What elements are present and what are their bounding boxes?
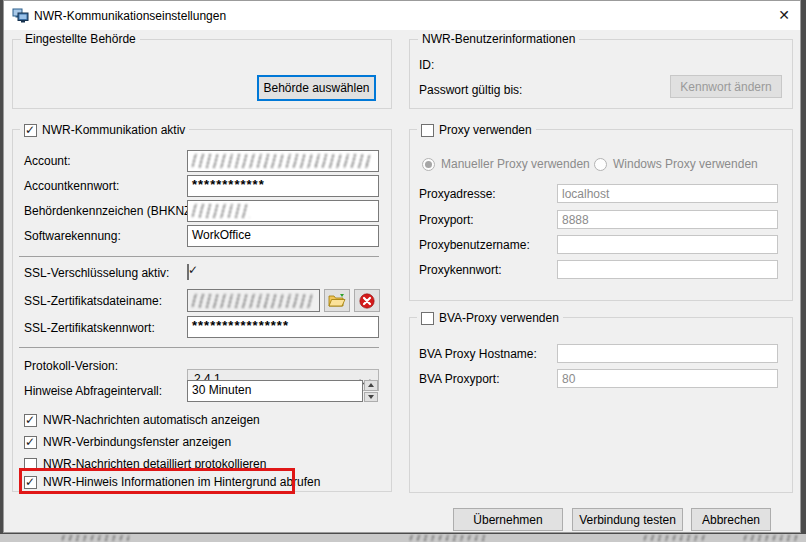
- redacted-bhknz-value: [192, 204, 250, 218]
- bva-proxyport-label: BVA Proxyport:: [419, 372, 499, 386]
- red-highlight-annotation: [19, 468, 295, 494]
- bva-hostname-label: BVA Proxy Hostname:: [419, 347, 537, 361]
- checkbox-verbindungsfenster[interactable]: NWR-Verbindungsfenster anzeigen: [24, 435, 231, 449]
- close-icon[interactable]: ✕: [768, 1, 800, 30]
- redacted-account-value: [192, 154, 370, 168]
- nwr-kommunikation-aktiv-checkbox[interactable]: NWR-Kommunikation aktiv: [20, 123, 189, 137]
- checkbox[interactable]: [24, 436, 37, 449]
- passwort-gueltig-label: Passwort gültig bis:: [419, 83, 522, 97]
- proxyport-input[interactable]: 8888: [557, 210, 778, 229]
- accountkennwort-label: Accountkennwort:: [24, 179, 119, 193]
- redacted-background-text: [742, 535, 802, 541]
- kennwort-aendern-button[interactable]: Kennwort ändern: [670, 75, 782, 98]
- proxykennwort-label: Proxykennwort:: [419, 263, 502, 277]
- accountkennwort-input[interactable]: ************: [187, 175, 379, 197]
- checkbox[interactable]: [421, 124, 434, 137]
- protokoll-version-label: Protokoll-Version:: [24, 359, 118, 373]
- checkbox[interactable]: [24, 414, 37, 427]
- proxy-verwenden-checkbox[interactable]: Proxy verwenden: [417, 123, 536, 137]
- proxykennwort-input[interactable]: [557, 260, 778, 279]
- group-label: NWR-Benutzerinformationen: [418, 32, 579, 46]
- proxyadresse-label: Proxyadresse:: [419, 187, 496, 201]
- redacted-ssl-filename: [192, 294, 314, 308]
- id-label: ID:: [419, 58, 434, 72]
- background-right-edge: [801, 4, 806, 542]
- behoerde-auswaehlen-button[interactable]: Behörde auswählen: [257, 75, 376, 101]
- checkbox-nachrichten-automatisch[interactable]: NWR-Nachrichten automatisch anzeigen: [24, 413, 260, 427]
- window-title: NWR-Kommunikationseinstellungen: [34, 9, 226, 23]
- bhknz-input[interactable]: [187, 200, 379, 222]
- ssl-aktiv-label: SSL-Verschlüsselung aktiv:: [24, 266, 169, 280]
- spin-up-button[interactable]: [364, 380, 378, 391]
- radio-icon[interactable]: [594, 158, 607, 171]
- radio-manueller-proxy[interactable]: Manueller Proxy verwenden: [422, 157, 590, 171]
- uebernehmen-button[interactable]: Übernehmen: [453, 508, 563, 531]
- group-label: Eingestellte Behörde: [21, 32, 140, 46]
- bhknz-label: Behördenkennzeichen (BHKNZ):: [24, 204, 199, 218]
- background-status-strip: [0, 534, 806, 542]
- group-proxy: Proxy verwenden Manueller Proxy verwende…: [409, 129, 793, 301]
- red-delete-icon: [359, 293, 375, 309]
- proxybenutzername-input[interactable]: [557, 235, 778, 254]
- abfrageintervall-input[interactable]: 30 Minuten: [187, 380, 363, 402]
- group-bva-proxy: BVA-Proxy verwenden BVA Proxy Hostname: …: [409, 317, 793, 493]
- radio-windows-proxy[interactable]: Windows Proxy verwenden: [594, 157, 758, 171]
- checkbox[interactable]: [421, 312, 434, 325]
- arrow-down-icon: [368, 395, 374, 399]
- open-folder-icon: [328, 293, 346, 308]
- group-benutzerinformationen: NWR-Benutzerinformationen ID: Passwort g…: [409, 39, 793, 109]
- radio-icon[interactable]: [422, 158, 435, 171]
- browse-certificate-button[interactable]: [324, 289, 350, 312]
- abbrechen-button[interactable]: Abbrechen: [691, 508, 771, 531]
- titlebar[interactable]: NWR-Kommunikationseinstellungen ✕: [4, 1, 800, 30]
- ssl-dateiname-input[interactable]: [187, 289, 320, 312]
- abfrageintervall-stepper[interactable]: [364, 380, 378, 402]
- bva-proxyport-input[interactable]: 80: [557, 369, 778, 388]
- verbindung-testen-button[interactable]: Verbindung testen: [572, 508, 683, 531]
- account-input[interactable]: [187, 150, 379, 172]
- arrow-up-icon: [368, 383, 374, 387]
- group-eingestellte-behoerde: Eingestellte Behörde Behörde auswählen: [12, 39, 392, 109]
- checkbox[interactable]: [24, 124, 37, 137]
- softwarekennung-input[interactable]: WorkOffice: [187, 225, 379, 247]
- group-nwr-kommunikation: NWR-Kommunikation aktiv Account: Account…: [12, 129, 392, 492]
- bva-hostname-input[interactable]: [557, 344, 778, 363]
- ssl-dateiname-label: SSL-Zertifikatsdateiname:: [24, 294, 162, 308]
- redacted-background-text: [60, 535, 130, 541]
- softwarekennung-label: Softwarekennung:: [24, 229, 121, 243]
- proxybenutzername-label: Proxybenutzername:: [419, 238, 530, 252]
- divider: [19, 347, 379, 348]
- ssl-kennwort-label: SSL-Zertifikatskennwort:: [24, 321, 155, 335]
- redacted-background-text: [642, 535, 708, 541]
- spin-down-button[interactable]: [364, 392, 378, 403]
- divider: [19, 256, 379, 257]
- ssl-kennwort-input[interactable]: ****************: [187, 316, 379, 338]
- redacted-background-text: [408, 535, 486, 541]
- abfrageintervall-label: Hinweise Abfrageintervall:: [24, 384, 162, 398]
- proxyport-label: Proxyport:: [419, 213, 474, 227]
- network-computers-icon: [12, 7, 29, 24]
- account-label: Account:: [24, 154, 71, 168]
- bva-proxy-verwenden-checkbox[interactable]: BVA-Proxy verwenden: [417, 311, 563, 325]
- remove-certificate-button[interactable]: [354, 289, 380, 312]
- ssl-aktiv-checkbox[interactable]: [187, 264, 189, 280]
- proxyadresse-input[interactable]: localhost: [557, 184, 778, 203]
- nwr-settings-dialog: NWR-Kommunikationseinstellungen ✕ Einges…: [3, 0, 801, 533]
